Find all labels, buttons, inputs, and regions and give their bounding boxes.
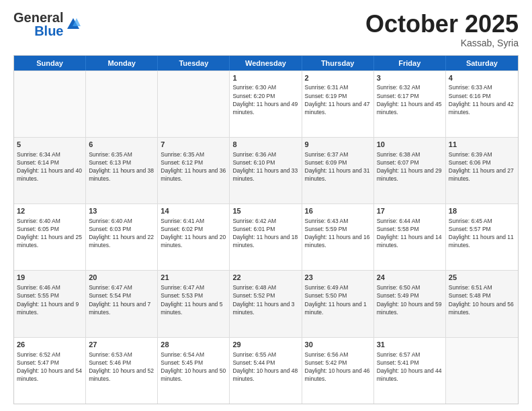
day-number: 16: [305, 206, 371, 216]
day-number: 28: [161, 340, 226, 350]
day-cell-24: 24Sunrise: 6:50 AM Sunset: 5:49 PM Dayli…: [374, 271, 446, 336]
day-number: 2: [305, 73, 371, 83]
day-info: Sunrise: 6:54 AM Sunset: 5:45 PM Dayligh…: [161, 351, 226, 382]
calendar-body: 1Sunrise: 6:30 AM Sunset: 6:20 PM Daylig…: [14, 71, 518, 404]
day-cell-5: 5Sunrise: 6:34 AM Sunset: 6:14 PM Daylig…: [14, 138, 86, 203]
day-cell-7: 7Sunrise: 6:35 AM Sunset: 6:12 PM Daylig…: [158, 138, 230, 203]
header-day-thursday: Thursday: [302, 56, 374, 71]
day-info: Sunrise: 6:35 AM Sunset: 6:12 PM Dayligh…: [161, 151, 226, 182]
day-cell-20: 20Sunrise: 6:47 AM Sunset: 5:54 PM Dayli…: [86, 271, 158, 336]
day-cell-3: 3Sunrise: 6:32 AM Sunset: 6:17 PM Daylig…: [374, 71, 446, 137]
day-number: 21: [161, 273, 226, 283]
page: General Blue October 2025 Kassab, Syria …: [0, 0, 532, 411]
day-info: Sunrise: 6:39 AM Sunset: 6:06 PM Dayligh…: [449, 151, 514, 182]
day-number: 4: [449, 73, 515, 83]
day-cell-10: 10Sunrise: 6:38 AM Sunset: 6:07 PM Dayli…: [374, 138, 446, 203]
day-cell-17: 17Sunrise: 6:44 AM Sunset: 5:58 PM Dayli…: [374, 204, 446, 270]
day-info: Sunrise: 6:55 AM Sunset: 5:44 PM Dayligh…: [232, 351, 298, 382]
day-number: 14: [161, 206, 226, 216]
day-cell-16: 16Sunrise: 6:43 AM Sunset: 5:59 PM Dayli…: [302, 204, 374, 270]
day-number: 27: [89, 340, 154, 350]
day-info: Sunrise: 6:40 AM Sunset: 6:05 PM Dayligh…: [17, 218, 82, 248]
day-info: Sunrise: 6:57 AM Sunset: 5:41 PM Dayligh…: [377, 351, 442, 382]
day-info: Sunrise: 6:50 AM Sunset: 5:49 PM Dayligh…: [377, 284, 442, 315]
day-cell-4: 4Sunrise: 6:33 AM Sunset: 6:16 PM Daylig…: [446, 71, 518, 137]
calendar-header: SundayMondayTuesdayWednesdayThursdayFrid…: [14, 56, 518, 71]
day-number: 17: [377, 206, 443, 216]
day-info: Sunrise: 6:56 AM Sunset: 5:42 PM Dayligh…: [305, 351, 370, 382]
day-cell-26: 26Sunrise: 6:52 AM Sunset: 5:47 PM Dayli…: [14, 338, 86, 404]
day-info: Sunrise: 6:37 AM Sunset: 6:09 PM Dayligh…: [305, 151, 370, 182]
day-number: 6: [89, 140, 154, 150]
day-cell-22: 22Sunrise: 6:48 AM Sunset: 5:52 PM Dayli…: [230, 271, 302, 336]
day-info: Sunrise: 6:42 AM Sunset: 6:01 PM Dayligh…: [232, 218, 298, 248]
day-cell-9: 9Sunrise: 6:37 AM Sunset: 6:09 PM Daylig…: [302, 138, 374, 203]
empty-cell: [446, 338, 518, 404]
day-number: 13: [89, 206, 154, 216]
header: General Blue October 2025 Kassab, Syria: [13, 11, 519, 48]
header-day-tuesday: Tuesday: [158, 56, 230, 71]
logo-general: General: [13, 11, 63, 24]
header-day-friday: Friday: [374, 56, 446, 71]
day-number: 25: [449, 273, 515, 283]
day-number: 8: [232, 140, 298, 150]
day-cell-14: 14Sunrise: 6:41 AM Sunset: 6:02 PM Dayli…: [158, 204, 230, 270]
day-cell-30: 30Sunrise: 6:56 AM Sunset: 5:42 PM Dayli…: [302, 338, 374, 404]
day-info: Sunrise: 6:38 AM Sunset: 6:07 PM Dayligh…: [377, 151, 442, 182]
day-number: 19: [17, 273, 83, 283]
day-cell-1: 1Sunrise: 6:30 AM Sunset: 6:20 PM Daylig…: [230, 71, 302, 137]
day-info: Sunrise: 6:51 AM Sunset: 5:48 PM Dayligh…: [449, 284, 514, 315]
day-info: Sunrise: 6:44 AM Sunset: 5:58 PM Dayligh…: [377, 218, 442, 248]
day-cell-6: 6Sunrise: 6:35 AM Sunset: 6:13 PM Daylig…: [86, 138, 158, 203]
day-info: Sunrise: 6:49 AM Sunset: 5:50 PM Dayligh…: [305, 284, 367, 315]
calendar-row: 19Sunrise: 6:46 AM Sunset: 5:55 PM Dayli…: [14, 270, 518, 336]
header-day-saturday: Saturday: [446, 56, 518, 71]
day-info: Sunrise: 6:32 AM Sunset: 6:17 PM Dayligh…: [377, 84, 442, 115]
day-cell-19: 19Sunrise: 6:46 AM Sunset: 5:55 PM Dayli…: [14, 271, 86, 336]
day-info: Sunrise: 6:34 AM Sunset: 6:14 PM Dayligh…: [17, 151, 82, 182]
title-area: October 2025 Kassab, Syria: [365, 11, 519, 48]
day-number: 7: [161, 140, 226, 150]
day-number: 29: [232, 340, 298, 350]
day-cell-2: 2Sunrise: 6:31 AM Sunset: 6:19 PM Daylig…: [302, 71, 374, 137]
day-cell-31: 31Sunrise: 6:57 AM Sunset: 5:41 PM Dayli…: [374, 338, 446, 404]
day-cell-12: 12Sunrise: 6:40 AM Sunset: 6:05 PM Dayli…: [14, 204, 86, 270]
day-info: Sunrise: 6:47 AM Sunset: 5:53 PM Dayligh…: [161, 284, 222, 315]
day-number: 26: [17, 340, 83, 350]
day-info: Sunrise: 6:52 AM Sunset: 5:47 PM Dayligh…: [17, 351, 82, 382]
day-info: Sunrise: 6:33 AM Sunset: 6:16 PM Dayligh…: [449, 84, 514, 115]
day-info: Sunrise: 6:36 AM Sunset: 6:10 PM Dayligh…: [232, 151, 298, 182]
day-cell-13: 13Sunrise: 6:40 AM Sunset: 6:03 PM Dayli…: [86, 204, 158, 270]
calendar: SundayMondayTuesdayWednesdayThursdayFrid…: [13, 55, 519, 404]
day-info: Sunrise: 6:47 AM Sunset: 5:54 PM Dayligh…: [89, 284, 150, 315]
day-number: 11: [449, 140, 515, 150]
month-title: October 2025: [365, 11, 519, 38]
day-cell-23: 23Sunrise: 6:49 AM Sunset: 5:50 PM Dayli…: [302, 271, 374, 336]
location-subtitle: Kassab, Syria: [365, 38, 519, 48]
day-number: 30: [305, 340, 371, 350]
day-info: Sunrise: 6:48 AM Sunset: 5:52 PM Dayligh…: [232, 284, 294, 315]
calendar-row: 5Sunrise: 6:34 AM Sunset: 6:14 PM Daylig…: [14, 137, 518, 203]
day-number: 31: [377, 340, 443, 350]
day-number: 12: [17, 206, 83, 216]
day-cell-29: 29Sunrise: 6:55 AM Sunset: 5:44 PM Dayli…: [230, 338, 302, 404]
empty-cell: [158, 71, 230, 137]
day-cell-21: 21Sunrise: 6:47 AM Sunset: 5:53 PM Dayli…: [158, 271, 230, 336]
header-day-monday: Monday: [86, 56, 158, 71]
day-number: 10: [377, 140, 443, 150]
day-number: 15: [232, 206, 298, 216]
day-info: Sunrise: 6:46 AM Sunset: 5:55 PM Dayligh…: [17, 284, 79, 315]
day-number: 24: [377, 273, 443, 283]
logo: General Blue: [13, 11, 81, 38]
empty-cell: [86, 71, 158, 137]
calendar-row: 1Sunrise: 6:30 AM Sunset: 6:20 PM Daylig…: [14, 71, 518, 137]
day-number: 5: [17, 140, 83, 150]
day-info: Sunrise: 6:43 AM Sunset: 5:59 PM Dayligh…: [305, 218, 370, 248]
header-day-sunday: Sunday: [14, 56, 86, 71]
day-cell-27: 27Sunrise: 6:53 AM Sunset: 5:46 PM Dayli…: [86, 338, 158, 404]
day-number: 18: [449, 206, 515, 216]
day-number: 3: [377, 73, 443, 83]
day-number: 9: [305, 140, 371, 150]
day-cell-8: 8Sunrise: 6:36 AM Sunset: 6:10 PM Daylig…: [230, 138, 302, 203]
logo-icon: [66, 17, 81, 32]
